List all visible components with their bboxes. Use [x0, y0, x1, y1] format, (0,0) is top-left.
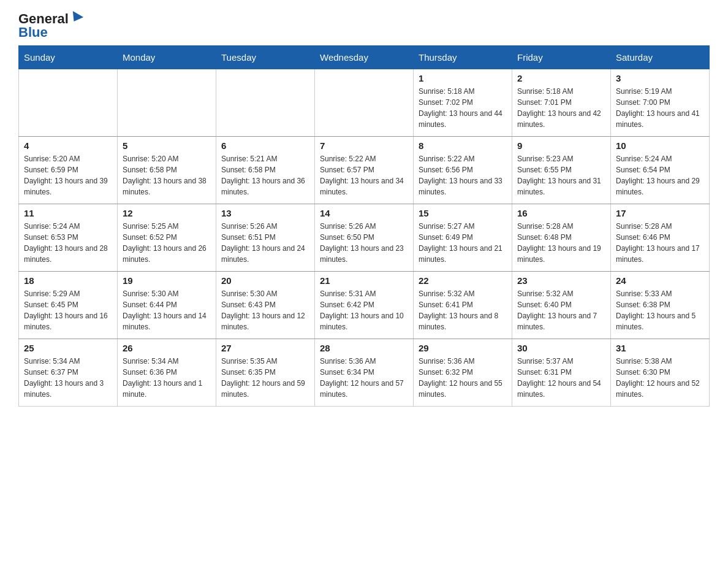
calendar-cell: 7Sunrise: 5:22 AM Sunset: 6:57 PM Daylig… — [315, 137, 414, 204]
calendar-cell: 4Sunrise: 5:20 AM Sunset: 6:59 PM Daylig… — [19, 137, 118, 204]
weekday-header-tuesday: Tuesday — [216, 46, 315, 69]
day-info: Sunrise: 5:24 AM Sunset: 6:53 PM Dayligh… — [24, 221, 112, 265]
day-info: Sunrise: 5:28 AM Sunset: 6:48 PM Dayligh… — [517, 221, 605, 265]
day-info: Sunrise: 5:30 AM Sunset: 6:44 PM Dayligh… — [123, 288, 211, 332]
day-info: Sunrise: 5:25 AM Sunset: 6:52 PM Dayligh… — [123, 221, 211, 265]
day-info: Sunrise: 5:35 AM Sunset: 6:35 PM Dayligh… — [221, 356, 309, 400]
week-row-5: 25Sunrise: 5:34 AM Sunset: 6:37 PM Dayli… — [19, 339, 710, 407]
day-number: 28 — [320, 343, 408, 353]
day-number: 30 — [517, 343, 605, 353]
calendar-cell: 29Sunrise: 5:36 AM Sunset: 6:32 PM Dayli… — [414, 339, 512, 407]
day-info: Sunrise: 5:21 AM Sunset: 6:58 PM Dayligh… — [221, 153, 309, 197]
day-info: Sunrise: 5:20 AM Sunset: 6:59 PM Dayligh… — [24, 153, 112, 197]
day-number: 17 — [616, 208, 704, 218]
day-info: Sunrise: 5:34 AM Sunset: 6:37 PM Dayligh… — [24, 356, 112, 400]
calendar-cell: 21Sunrise: 5:31 AM Sunset: 6:42 PM Dayli… — [315, 272, 414, 339]
calendar-cell: 16Sunrise: 5:28 AM Sunset: 6:48 PM Dayli… — [512, 204, 611, 272]
day-info: Sunrise: 5:36 AM Sunset: 6:32 PM Dayligh… — [419, 356, 507, 400]
day-info: Sunrise: 5:31 AM Sunset: 6:42 PM Dayligh… — [320, 288, 408, 332]
calendar-cell: 27Sunrise: 5:35 AM Sunset: 6:35 PM Dayli… — [216, 339, 315, 407]
week-row-1: 1Sunrise: 5:18 AM Sunset: 7:02 PM Daylig… — [19, 69, 710, 137]
weekday-header-friday: Friday — [512, 46, 611, 69]
calendar-cell: 9Sunrise: 5:23 AM Sunset: 6:55 PM Daylig… — [512, 137, 611, 204]
calendar-cell: 2Sunrise: 5:18 AM Sunset: 7:01 PM Daylig… — [512, 69, 611, 137]
calendar-cell: 25Sunrise: 5:34 AM Sunset: 6:37 PM Dayli… — [19, 339, 118, 407]
weekday-header-sunday: Sunday — [19, 46, 118, 69]
calendar-cell: 30Sunrise: 5:37 AM Sunset: 6:31 PM Dayli… — [512, 339, 611, 407]
day-number: 14 — [320, 208, 408, 218]
day-info: Sunrise: 5:34 AM Sunset: 6:36 PM Dayligh… — [123, 356, 211, 400]
calendar-cell: 8Sunrise: 5:22 AM Sunset: 6:56 PM Daylig… — [414, 137, 512, 204]
calendar-cell: 15Sunrise: 5:27 AM Sunset: 6:49 PM Dayli… — [414, 204, 512, 272]
day-info: Sunrise: 5:22 AM Sunset: 6:56 PM Dayligh… — [419, 153, 507, 197]
day-info: Sunrise: 5:38 AM Sunset: 6:30 PM Dayligh… — [616, 356, 704, 400]
day-info: Sunrise: 5:18 AM Sunset: 7:02 PM Dayligh… — [419, 86, 507, 130]
weekday-header-thursday: Thursday — [414, 46, 512, 69]
day-number: 1 — [419, 73, 507, 83]
calendar-cell: 6Sunrise: 5:21 AM Sunset: 6:58 PM Daylig… — [216, 137, 315, 204]
weekday-header-row: SundayMondayTuesdayWednesdayThursdayFrid… — [19, 46, 710, 69]
calendar-cell: 3Sunrise: 5:19 AM Sunset: 7:00 PM Daylig… — [611, 69, 710, 137]
day-number: 6 — [221, 140, 309, 151]
day-number: 16 — [517, 208, 605, 218]
day-number: 11 — [24, 208, 112, 218]
day-number: 7 — [320, 140, 408, 151]
day-number: 10 — [616, 140, 704, 151]
day-info: Sunrise: 5:26 AM Sunset: 6:50 PM Dayligh… — [320, 221, 408, 265]
calendar-cell — [216, 69, 315, 137]
day-number: 2 — [517, 73, 605, 83]
day-number: 9 — [517, 140, 605, 151]
day-info: Sunrise: 5:24 AM Sunset: 6:54 PM Dayligh… — [616, 153, 704, 197]
day-number: 5 — [123, 140, 211, 151]
day-number: 31 — [616, 343, 704, 353]
day-number: 3 — [616, 73, 704, 83]
week-row-4: 18Sunrise: 5:29 AM Sunset: 6:45 PM Dayli… — [19, 272, 710, 339]
day-number: 22 — [419, 275, 507, 286]
calendar-cell: 17Sunrise: 5:28 AM Sunset: 6:46 PM Dayli… — [611, 204, 710, 272]
calendar-cell: 22Sunrise: 5:32 AM Sunset: 6:41 PM Dayli… — [414, 272, 512, 339]
day-info: Sunrise: 5:22 AM Sunset: 6:57 PM Dayligh… — [320, 153, 408, 197]
calendar-cell: 19Sunrise: 5:30 AM Sunset: 6:44 PM Dayli… — [118, 272, 216, 339]
calendar-cell: 26Sunrise: 5:34 AM Sunset: 6:36 PM Dayli… — [118, 339, 216, 407]
calendar-cell: 18Sunrise: 5:29 AM Sunset: 6:45 PM Dayli… — [19, 272, 118, 339]
day-info: Sunrise: 5:33 AM Sunset: 6:38 PM Dayligh… — [616, 288, 704, 332]
calendar-cell: 20Sunrise: 5:30 AM Sunset: 6:43 PM Dayli… — [216, 272, 315, 339]
weekday-header-wednesday: Wednesday — [315, 46, 414, 69]
day-info: Sunrise: 5:18 AM Sunset: 7:01 PM Dayligh… — [517, 86, 605, 130]
calendar-cell: 31Sunrise: 5:38 AM Sunset: 6:30 PM Dayli… — [611, 339, 710, 407]
calendar-cell: 13Sunrise: 5:26 AM Sunset: 6:51 PM Dayli… — [216, 204, 315, 272]
day-info: Sunrise: 5:30 AM Sunset: 6:43 PM Dayligh… — [221, 288, 309, 332]
day-info: Sunrise: 5:32 AM Sunset: 6:40 PM Dayligh… — [517, 288, 605, 332]
calendar-cell: 14Sunrise: 5:26 AM Sunset: 6:50 PM Dayli… — [315, 204, 414, 272]
day-number: 18 — [24, 275, 112, 286]
day-number: 15 — [419, 208, 507, 218]
calendar-cell: 11Sunrise: 5:24 AM Sunset: 6:53 PM Dayli… — [19, 204, 118, 272]
day-info: Sunrise: 5:19 AM Sunset: 7:00 PM Dayligh… — [616, 86, 704, 130]
day-info: Sunrise: 5:26 AM Sunset: 6:51 PM Dayligh… — [221, 221, 309, 265]
day-number: 12 — [123, 208, 211, 218]
day-info: Sunrise: 5:27 AM Sunset: 6:49 PM Dayligh… — [419, 221, 507, 265]
logo-blue: Blue — [18, 26, 48, 39]
day-number: 13 — [221, 208, 309, 218]
page-header: General Blue — [18, 12, 710, 39]
calendar-cell: 12Sunrise: 5:25 AM Sunset: 6:52 PM Dayli… — [118, 204, 216, 272]
weekday-header-monday: Monday — [118, 46, 216, 69]
calendar-cell: 10Sunrise: 5:24 AM Sunset: 6:54 PM Dayli… — [611, 137, 710, 204]
week-row-3: 11Sunrise: 5:24 AM Sunset: 6:53 PM Dayli… — [19, 204, 710, 272]
day-number: 19 — [123, 275, 211, 286]
day-info: Sunrise: 5:20 AM Sunset: 6:58 PM Dayligh… — [123, 153, 211, 197]
day-number: 25 — [24, 343, 112, 353]
day-number: 4 — [24, 140, 112, 151]
day-info: Sunrise: 5:37 AM Sunset: 6:31 PM Dayligh… — [517, 356, 605, 400]
week-row-2: 4Sunrise: 5:20 AM Sunset: 6:59 PM Daylig… — [19, 137, 710, 204]
calendar-table: SundayMondayTuesdayWednesdayThursdayFrid… — [18, 45, 710, 407]
day-info: Sunrise: 5:23 AM Sunset: 6:55 PM Dayligh… — [517, 153, 605, 197]
logo: General Blue — [18, 12, 82, 39]
day-number: 20 — [221, 275, 309, 286]
calendar-cell: 24Sunrise: 5:33 AM Sunset: 6:38 PM Dayli… — [611, 272, 710, 339]
calendar-cell: 1Sunrise: 5:18 AM Sunset: 7:02 PM Daylig… — [414, 69, 512, 137]
day-info: Sunrise: 5:28 AM Sunset: 6:46 PM Dayligh… — [616, 221, 704, 265]
calendar-cell — [315, 69, 414, 137]
day-number: 29 — [419, 343, 507, 353]
day-number: 26 — [123, 343, 211, 353]
